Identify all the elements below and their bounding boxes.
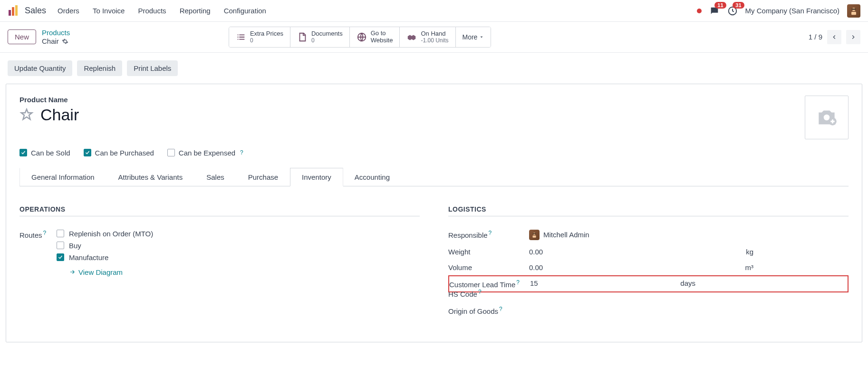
responsible-label: Responsible?: [448, 230, 529, 239]
tab-general-info[interactable]: General Information: [19, 168, 106, 186]
checkbox-icon: [57, 253, 64, 261]
caret-down-icon: [479, 35, 484, 39]
nav-reporting[interactable]: Reporting: [180, 7, 211, 15]
svg-point-8: [824, 115, 830, 121]
weight-label: Weight: [448, 248, 529, 256]
nav-menu: Orders To Invoice Products Reporting Con…: [58, 7, 266, 15]
hs-code-label: HS Code?: [448, 289, 529, 298]
app-logo-icon: [8, 5, 19, 17]
svg-rect-1: [12, 7, 14, 16]
stat-documents[interactable]: Documents0: [290, 27, 350, 47]
nav-products[interactable]: Products: [138, 7, 166, 15]
can-be-expensed-check[interactable]: Can be Expensed?: [167, 149, 243, 157]
checkbox-icon: [84, 149, 91, 156]
nav-orders[interactable]: Orders: [58, 7, 79, 15]
svg-rect-11: [533, 235, 536, 238]
form-sheet: Product Name Chair Can be Sold Can be Pu…: [6, 84, 862, 342]
stat-website[interactable]: Go toWebsite: [350, 27, 400, 47]
avatar-icon: [529, 230, 540, 240]
chevron-left-icon: [831, 34, 838, 40]
avatar-face-icon: [849, 6, 858, 16]
lead-time-unit: days: [680, 279, 848, 287]
breadcrumb-current: Chair: [42, 37, 70, 46]
replenish-button[interactable]: Replenish: [77, 60, 122, 76]
activities-button[interactable]: 31: [727, 6, 738, 16]
new-button[interactable]: New: [8, 29, 36, 44]
control-panel: New Products Chair Extra Prices0 Documen…: [0, 22, 868, 53]
origin-label: Origin of Goods?: [448, 306, 529, 315]
svg-rect-0: [9, 10, 11, 16]
svg-rect-2: [15, 5, 18, 16]
app-title[interactable]: Sales: [25, 6, 46, 16]
tab-attributes[interactable]: Attributes & Variants: [106, 168, 195, 186]
tab-sales[interactable]: Sales: [194, 168, 236, 186]
messages-button[interactable]: 11: [709, 6, 720, 16]
list-icon: [236, 32, 246, 42]
can-be-sold-check[interactable]: Can be Sold: [19, 149, 70, 157]
pager-prev[interactable]: [827, 30, 841, 44]
section-operations-title: OPERATIONS: [19, 205, 420, 216]
document-icon: [297, 32, 308, 42]
help-icon[interactable]: ?: [478, 289, 482, 295]
activities-badge: 31: [733, 2, 744, 9]
company-switcher[interactable]: My Company (San Francisco): [745, 7, 839, 15]
help-icon[interactable]: ?: [499, 306, 502, 312]
pager-next[interactable]: [846, 30, 860, 44]
weight-unit: kg: [746, 248, 849, 256]
checkbox-icon: [167, 149, 175, 156]
volume-value[interactable]: 0.00: [529, 263, 543, 272]
nav-to-invoice[interactable]: To Invoice: [93, 7, 125, 15]
update-quantity-button[interactable]: Update Quantity: [8, 60, 72, 76]
help-icon[interactable]: ?: [489, 230, 492, 236]
camera-plus-icon: [812, 106, 841, 129]
tab-accounting[interactable]: Accounting: [343, 168, 402, 186]
tab-content-inventory: OPERATIONS Routes? Replenish on Order (M…: [19, 186, 849, 323]
svg-rect-6: [852, 9, 856, 10]
status-dot-icon: [697, 9, 702, 13]
pager-text[interactable]: 1 / 9: [809, 33, 822, 41]
pager: 1 / 9: [809, 30, 860, 44]
stat-extra-prices[interactable]: Extra Prices0: [229, 27, 290, 47]
volume-label: Volume: [448, 263, 529, 272]
nav-configuration[interactable]: Configuration: [224, 7, 266, 15]
help-icon[interactable]: ?: [240, 149, 243, 156]
help-icon[interactable]: ?: [516, 279, 520, 286]
checkbox-icon: [57, 230, 64, 237]
star-icon[interactable]: [19, 107, 34, 122]
routes-label: Routes?: [19, 230, 57, 239]
breadcrumb-parent[interactable]: Products: [42, 29, 70, 37]
weight-value[interactable]: 0.00: [529, 248, 543, 256]
help-icon[interactable]: ?: [43, 230, 47, 236]
tab-purchase[interactable]: Purchase: [236, 168, 290, 186]
gear-icon[interactable]: [62, 38, 68, 45]
lead-time-value[interactable]: 15: [530, 279, 538, 287]
top-navbar: Sales Orders To Invoice Products Reporti…: [0, 0, 868, 22]
stat-on-hand[interactable]: On Hand-1.00 Units: [400, 27, 455, 47]
route-manufacture[interactable]: Manufacture: [57, 253, 153, 262]
can-be-purchased-check[interactable]: Can be Purchased: [84, 149, 154, 157]
stat-more[interactable]: More: [456, 27, 491, 47]
tab-inventory[interactable]: Inventory: [290, 168, 343, 186]
product-image-placeholder[interactable]: [805, 96, 849, 139]
responsible-value[interactable]: Mitchell Admin: [529, 230, 849, 240]
checkbox-icon: [57, 242, 64, 249]
product-name-label: Product Name: [19, 96, 79, 104]
lead-time-label: Customer Lead Time?: [449, 279, 530, 289]
user-avatar[interactable]: [847, 4, 860, 18]
checkbox-icon: [19, 149, 27, 156]
more-label: More: [463, 33, 478, 41]
volume-unit: m³: [745, 263, 849, 272]
route-mto[interactable]: Replenish on Order (MTO): [57, 230, 153, 238]
breadcrumb-current-text: Chair: [42, 37, 59, 46]
product-name[interactable]: Chair: [40, 106, 79, 124]
print-labels-button[interactable]: Print Labels: [127, 60, 178, 76]
messages-badge: 11: [714, 2, 726, 9]
view-diagram-link[interactable]: View Diagram: [69, 268, 153, 276]
arrow-right-icon: [69, 269, 76, 275]
tabs: General Information Attributes & Variant…: [19, 167, 849, 186]
chevron-right-icon: [850, 34, 857, 40]
boxes-icon: [406, 32, 417, 42]
svg-rect-12: [533, 233, 536, 234]
route-buy[interactable]: Buy: [57, 242, 153, 250]
action-bar: Update Quantity Replenish Print Labels: [0, 53, 868, 76]
